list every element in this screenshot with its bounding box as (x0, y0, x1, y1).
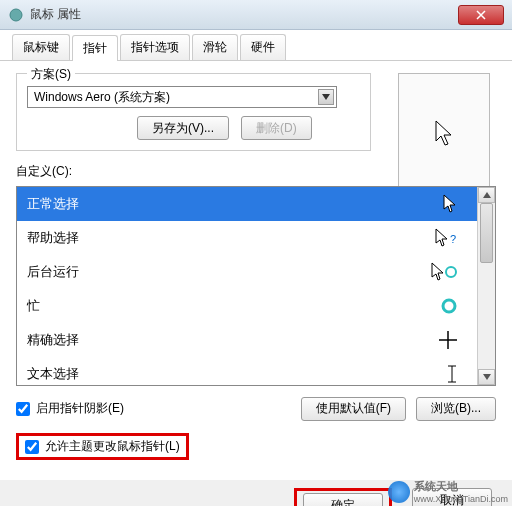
scroll-up-button[interactable] (478, 187, 495, 203)
enable-shadow-row[interactable]: 启用指针阴影(E) (16, 400, 124, 417)
tab-body: 方案(S) Windows Aero (系统方案) 另存为(V)... 删除(D… (0, 60, 512, 480)
arrow-help-cursor-icon: ? (435, 228, 457, 248)
allow-theme-label: 允许主题更改鼠标指针(L) (45, 438, 180, 455)
tab-pointer-options[interactable]: 指针选项 (120, 34, 190, 60)
list-item[interactable]: 精确选择 (17, 323, 477, 357)
crosshair-cursor-icon (439, 331, 457, 349)
list-item[interactable]: 忙 (17, 289, 477, 323)
browse-button[interactable]: 浏览(B)... (416, 397, 496, 421)
titlebar: 鼠标 属性 (0, 0, 512, 30)
enable-shadow-checkbox[interactable] (16, 402, 30, 416)
tab-wheel[interactable]: 滑轮 (192, 34, 238, 60)
cursor-listbox[interactable]: 正常选择 帮助选择 ? 后台运行 忙 (16, 186, 496, 386)
scheme-legend: 方案(S) (27, 66, 75, 83)
tab-buttons[interactable]: 鼠标键 (12, 34, 70, 60)
scroll-thumb[interactable] (480, 203, 493, 263)
svg-point-2 (446, 267, 456, 277)
ok-button[interactable]: 确定 (303, 493, 383, 506)
svg-point-3 (443, 300, 455, 312)
list-item-label: 帮助选择 (27, 229, 79, 247)
chevron-down-icon (318, 89, 334, 105)
delete-button[interactable]: 删除(D) (241, 116, 312, 140)
ibeam-cursor-icon (447, 365, 457, 383)
tab-hardware[interactable]: 硬件 (240, 34, 286, 60)
list-item-label: 文本选择 (27, 365, 79, 383)
scheme-fieldset: 方案(S) Windows Aero (系统方案) 另存为(V)... 删除(D… (16, 73, 371, 151)
svg-point-0 (10, 9, 22, 21)
list-item[interactable]: 帮助选择 ? (17, 221, 477, 255)
app-icon (8, 7, 24, 23)
window-title: 鼠标 属性 (30, 6, 458, 23)
list-item[interactable]: 文本选择 (17, 357, 477, 385)
list-item-label: 正常选择 (27, 195, 79, 213)
watermark-url: www.XiTongTianDi.com (414, 494, 508, 504)
use-default-button[interactable]: 使用默认值(F) (301, 397, 406, 421)
arrow-cursor-icon (443, 194, 457, 214)
arrow-cursor-icon (434, 119, 454, 147)
allow-theme-checkbox[interactable] (25, 440, 39, 454)
list-item-label: 忙 (27, 297, 40, 315)
cursor-preview (398, 73, 490, 193)
tab-strip: 鼠标键 指针 指针选项 滑轮 硬件 (0, 30, 512, 60)
list-item-label: 后台运行 (27, 263, 79, 281)
highlight-annotation: 确定 (294, 488, 392, 506)
arrow-busy-cursor-icon (431, 262, 457, 282)
watermark-brand: 系统天地 (414, 479, 508, 494)
svg-text:?: ? (450, 233, 456, 245)
list-item-label: 精确选择 (27, 331, 79, 349)
watermark: 系统天地 www.XiTongTianDi.com (388, 479, 508, 504)
enable-shadow-label: 启用指针阴影(E) (36, 400, 124, 417)
list-item[interactable]: 后台运行 (17, 255, 477, 289)
scroll-down-button[interactable] (478, 369, 495, 385)
save-as-button[interactable]: 另存为(V)... (137, 116, 229, 140)
scrollbar[interactable] (477, 187, 495, 385)
busy-cursor-icon (441, 298, 457, 314)
scheme-selected: Windows Aero (系统方案) (34, 89, 170, 106)
scheme-select[interactable]: Windows Aero (系统方案) (27, 86, 337, 108)
list-item[interactable]: 正常选择 (17, 187, 477, 221)
highlight-annotation: 允许主题更改鼠标指针(L) (16, 433, 189, 460)
watermark-logo-icon (388, 481, 410, 503)
close-button[interactable] (458, 5, 504, 25)
tab-pointers[interactable]: 指针 (72, 35, 118, 61)
